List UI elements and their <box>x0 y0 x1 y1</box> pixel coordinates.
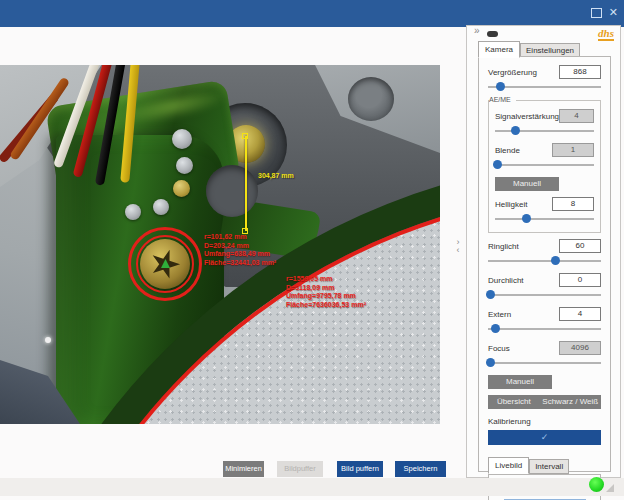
annotation-line: Fläche=7636036,53 mm² <box>286 301 366 310</box>
small-measurement-circle-inner <box>136 235 194 293</box>
solder-joint-gold <box>173 180 190 197</box>
focus-slider[interactable] <box>488 358 601 368</box>
annotation-line: D=203,24 mm <box>204 242 276 251</box>
gain-value: 4 <box>559 109 594 123</box>
tab-kamera[interactable]: Kamera <box>478 41 520 58</box>
magnification-slider[interactable] <box>488 82 601 92</box>
manual-exposure-button[interactable]: Manuell <box>495 177 559 191</box>
slider-thumb[interactable] <box>486 358 495 367</box>
slider-track[interactable] <box>488 260 601 262</box>
calibration-button[interactable]: ✓ <box>488 430 601 445</box>
small-circle-annotation: r=101,62 mm D=203,24 mm Umfang=638,49 mm… <box>204 233 276 267</box>
title-bar: ✕ <box>0 0 624 27</box>
solder-joint <box>176 157 193 174</box>
ring-light-label: Ringlicht <box>488 242 519 251</box>
annotation-line: Umfang=9795,78 mm <box>286 292 366 301</box>
magnification-label: Vergrößerung <box>488 68 537 77</box>
slider-track[interactable] <box>495 130 594 132</box>
solder-joint <box>125 204 141 220</box>
slider-thumb[interactable] <box>511 126 520 135</box>
measurement-endpoint <box>242 133 248 139</box>
calibration-label: Kalibrierung <box>488 417 601 426</box>
aperture-value: 1 <box>552 143 594 157</box>
live-image-view[interactable]: 304,87 mm r=101,62 mm D=203,24 mm Umfang… <box>0 65 440 424</box>
ae-me-group: AE/ME Signalverstärkung 4 Blende 1 Manue… <box>488 100 601 233</box>
annotation-line: D=3118,09 mm <box>286 284 366 293</box>
magnification-value[interactable]: 868 <box>559 65 601 79</box>
dhs-logo: dhs <box>598 27 614 41</box>
solder-joint <box>172 129 192 149</box>
slider-thumb[interactable] <box>551 256 560 265</box>
brightness-label: Helligkeit <box>495 200 527 209</box>
status-bar <box>0 478 624 496</box>
ae-me-group-label: AE/ME <box>489 96 516 103</box>
panel-collapse-handle[interactable]: › ‹ <box>453 238 463 254</box>
slider-thumb[interactable] <box>496 82 505 91</box>
annotation-line: Umfang=638,49 mm <box>204 250 276 259</box>
double-arrow-icon[interactable]: » <box>474 25 480 36</box>
tab-intervall[interactable]: Intervall <box>529 459 569 474</box>
distance-measurement-line <box>245 136 247 231</box>
slider-thumb[interactable] <box>491 324 500 333</box>
black-white-button[interactable]: Schwarz / Weiß <box>540 395 601 409</box>
transmitted-light-label: Durchlicht <box>488 276 524 285</box>
annotation-line: Fläche=32441,03 mm² <box>204 259 276 268</box>
maximize-icon[interactable] <box>591 8 602 18</box>
ring-light-value[interactable]: 60 <box>559 239 601 253</box>
check-icon: ✓ <box>541 432 549 442</box>
camera-control-panel: » dhs Kamera Einstellungen Vergrößerung … <box>466 25 621 478</box>
chevron-left-icon: ‹ <box>453 246 463 254</box>
solder-joint <box>153 199 169 215</box>
brightness-value[interactable]: 8 <box>552 197 594 211</box>
save-button[interactable]: Speichern <box>395 461 446 477</box>
slider-thumb[interactable] <box>493 160 502 169</box>
white-speck <box>45 337 51 343</box>
large-circle-annotation: r=1559,05 mm D=3118,09 mm Umfang=9795,78… <box>286 275 366 309</box>
pin-icon[interactable] <box>487 31 498 37</box>
close-icon[interactable]: ✕ <box>609 7 618 18</box>
overview-button[interactable]: Übersicht <box>488 395 540 409</box>
gain-slider[interactable] <box>495 126 594 136</box>
minimize-button[interactable]: Minimieren <box>223 461 264 477</box>
kamera-tab-page: Vergrößerung 868 AE/ME Signalverstärkung… <box>478 56 611 472</box>
status-indicator-green <box>589 477 604 492</box>
gain-label: Signalverstärkung <box>495 112 559 121</box>
brightness-slider[interactable] <box>495 214 594 224</box>
slider-track[interactable] <box>488 294 601 296</box>
external-light-label: Extern <box>488 310 511 319</box>
pcb-notch <box>206 165 258 217</box>
focus-label: Focus <box>488 344 510 353</box>
slider-track[interactable] <box>488 362 601 364</box>
external-light-value[interactable]: 4 <box>559 307 601 321</box>
transmitted-light-value[interactable]: 0 <box>559 273 601 287</box>
focus-value: 4096 <box>559 341 601 355</box>
slider-thumb[interactable] <box>486 290 495 299</box>
transmitted-light-slider[interactable] <box>488 290 601 300</box>
external-light-slider[interactable] <box>488 324 601 334</box>
ring-light-slider[interactable] <box>488 256 601 266</box>
manual-focus-button[interactable]: Manuell <box>488 375 552 389</box>
aperture-label: Blende <box>495 146 520 155</box>
distance-label: 304,87 mm <box>258 172 294 179</box>
clear-buffer-button: Bildpuffer leeren <box>277 461 323 477</box>
annotation-line: r=1559,05 mm <box>286 275 366 284</box>
tab-livebild[interactable]: Livebild <box>488 457 529 474</box>
slider-track[interactable] <box>488 328 601 330</box>
live-tabs: Livebild Intervall <box>488 457 601 474</box>
annotation-line: r=101,62 mm <box>204 233 276 242</box>
aperture-slider[interactable] <box>495 160 594 170</box>
slider-track[interactable] <box>495 218 594 220</box>
buffer-image-button[interactable]: Bild puffern <box>337 461 383 477</box>
slider-thumb[interactable] <box>522 214 531 223</box>
resize-grip[interactable] <box>606 484 614 492</box>
slider-track[interactable] <box>495 164 594 166</box>
housing-hole <box>348 77 394 121</box>
